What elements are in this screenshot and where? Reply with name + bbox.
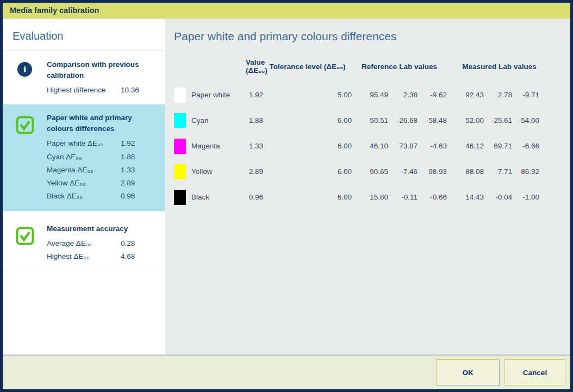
reference-b: -4.63 (418, 133, 447, 159)
reference-a: -0.11 (388, 184, 418, 210)
info-icon: i (17, 62, 32, 77)
sidebar-panel-comparison[interactable]: i Comparison with previous calibration H… (3, 51, 165, 104)
dialog-titlebar: Media family calibration (3, 3, 570, 18)
media-family-calibration-dialog: Media family calibration Evaluation i Co… (0, 0, 573, 392)
stat-label: Cyan ΔE₀₀ (47, 151, 121, 164)
measured-b: 86.92 (512, 159, 539, 184)
measured-lab-column-header: Measured Lab values (459, 51, 539, 82)
row-value: 1.33 (246, 133, 263, 159)
reference-b: -0.66 (418, 184, 447, 210)
reference-b: -9.62 (418, 82, 447, 108)
measured-b: -54.00 (512, 108, 539, 133)
panel-content: Measurement accuracy Average ΔE₀₀ 0.28 H… (47, 223, 161, 264)
panel-title: Comparison with previous calibration (47, 59, 159, 81)
reference-lab-column-header: Reference Lab values (352, 51, 447, 82)
measured-a: 69.71 (484, 133, 512, 159)
stat-label: Highest difference (47, 84, 121, 97)
check-icon (15, 226, 35, 246)
row-tolerance: 6.00 (263, 108, 352, 133)
panel-gap (3, 211, 165, 215)
panel-title: Paper white and primary colours differen… (47, 113, 159, 134)
color-swatch (174, 190, 186, 205)
row-value: 2.89 (246, 159, 263, 184)
table-row-magenta: Magenta 1.33 6.00 46.10 73.87 -4.63 46.1… (174, 133, 539, 159)
stat-value: 1.88 (121, 151, 146, 164)
reference-b: 98.93 (418, 159, 447, 184)
row-name: Paper white (191, 82, 246, 108)
stat-row: Average ΔE₀₀ 0.28 (47, 237, 146, 250)
stat-label: Magenta ΔE₀₀ (47, 164, 121, 177)
panel-content: Paper white and primary colours differen… (47, 113, 161, 203)
panel-icon-column: i (3, 59, 47, 97)
row-tolerance: 6.00 (263, 159, 352, 184)
stat-label: Paper white ΔE₀₀ (47, 137, 121, 150)
row-tolerance: 6.00 (263, 184, 352, 210)
stat-value: 0.28 (121, 237, 146, 250)
sidebar-panel-paper-white-differences[interactable]: Paper white and primary colours differen… (3, 104, 165, 210)
panel-icon-column (3, 113, 47, 203)
sidebar-panel-measurement-accuracy[interactable]: Measurement accuracy Average ΔE₀₀ 0.28 H… (3, 215, 165, 271)
measured-L: 92.43 (459, 82, 484, 108)
swatch-column-header (174, 51, 191, 82)
value-column-header: Value (ΔE₀₀) (246, 51, 263, 82)
sidebar-filler (3, 271, 165, 354)
stat-value: 1.33 (121, 164, 146, 177)
row-value: 0.96 (246, 184, 263, 210)
measured-a: -7.71 (484, 159, 512, 184)
color-swatch (174, 113, 186, 128)
stat-value: 1.92 (121, 137, 146, 150)
tolerance-column-header: Tolerance level (ΔE₀₀) (263, 51, 352, 82)
table-row-cyan: Cyan 1.88 6.00 50.51 -26.68 -58.48 52.00… (174, 108, 539, 133)
main-content: Paper white and primary colours differen… (165, 18, 570, 354)
page-title: Paper white and primary colours differen… (174, 30, 570, 43)
row-name: Yellow (191, 159, 246, 184)
measured-a: -25.61 (484, 108, 512, 133)
row-name: Black (191, 184, 246, 210)
table-row-black: Black 0.96 6.00 15.80 -0.11 -0.66 14.43 … (174, 184, 539, 210)
row-name: Cyan (191, 108, 246, 133)
stat-value: 10.36 (121, 84, 146, 97)
stat-row: Cyan ΔE₀₀ 1.88 (47, 151, 146, 164)
measured-L: 46.12 (459, 133, 484, 159)
row-value: 1.92 (246, 82, 263, 108)
evaluation-sidebar: Evaluation i Comparison with previous ca… (3, 18, 165, 354)
stat-row: Magenta ΔE₀₀ 1.33 (47, 164, 146, 177)
stat-row: Yellow ΔE₀₀ 2.89 (47, 177, 146, 190)
color-swatch (174, 139, 186, 154)
reference-L: 15.80 (352, 184, 388, 210)
stat-row: Paper white ΔE₀₀ 1.92 (47, 137, 146, 150)
row-tolerance: 5.00 (263, 82, 352, 108)
stat-row: Black ΔE₀₀ 0.96 (47, 190, 146, 203)
measured-b: -6.66 (512, 133, 539, 159)
reference-L: 95.49 (352, 82, 388, 108)
stat-value: 0.96 (121, 190, 146, 203)
reference-L: 46.10 (352, 133, 388, 159)
row-name: Magenta (191, 133, 246, 159)
ok-button[interactable]: OK (436, 359, 500, 385)
measured-L: 88.08 (459, 159, 484, 184)
stat-label: Average ΔE₀₀ (47, 237, 121, 250)
color-swatch (174, 88, 186, 103)
row-tolerance: 6.00 (263, 133, 352, 159)
stat-label: Highest ΔE₀₀ (47, 250, 121, 263)
color-swatch (174, 164, 186, 179)
measured-b: -1.00 (512, 184, 539, 210)
reference-a: 2.38 (388, 82, 418, 108)
stat-row: Highest ΔE₀₀ 4.68 (47, 250, 146, 263)
reference-a: -26.68 (388, 108, 418, 133)
stat-label: Yellow ΔE₀₀ (47, 177, 121, 190)
reference-b: -58.48 (418, 108, 447, 133)
sidebar-heading: Evaluation (3, 18, 165, 51)
stat-row: Highest difference 10.36 (47, 84, 146, 97)
panel-content: Comparison with previous calibration Hig… (47, 59, 161, 97)
dialog-title: Media family calibration (10, 6, 99, 15)
panel-icon-column (3, 223, 47, 264)
reference-a: 73.87 (388, 133, 418, 159)
table-row-yellow: Yellow 2.89 6.00 90.65 -7.46 98.93 88.08… (174, 159, 539, 184)
cancel-button[interactable]: Cancel (505, 359, 565, 385)
dialog-footer: OK Cancel (3, 354, 570, 389)
panel-title: Measurement accuracy (47, 223, 159, 234)
panel3-wrap: Measurement accuracy Average ΔE₀₀ 0.28 H… (3, 215, 165, 272)
reference-L: 50.51 (352, 108, 388, 133)
reference-L: 90.65 (352, 159, 388, 184)
